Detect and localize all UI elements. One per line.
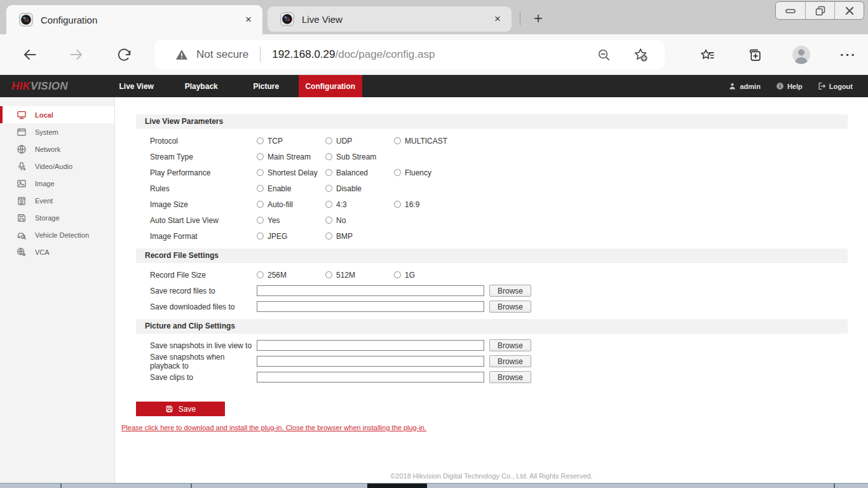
logout-button[interactable]: Logout — [818, 82, 853, 90]
window-controls — [775, 1, 864, 20]
browse-button[interactable]: Browse — [489, 355, 531, 367]
radio-bmp[interactable]: BMP — [325, 232, 394, 241]
browse-button[interactable]: Browse — [489, 339, 531, 351]
row-auto-start-live-view: Auto Start Live View Yes No — [136, 212, 848, 228]
radio-auto-fill[interactable]: Auto-fill — [257, 200, 325, 209]
not-secure-warning-icon[interactable] — [175, 48, 189, 62]
close-window-button[interactable] — [834, 2, 864, 19]
globe-icon — [17, 144, 27, 154]
radio-icon — [394, 201, 401, 208]
address-bar[interactable]: Not secure 192.168.0.29/doc/page/config.… — [154, 40, 665, 69]
radio-disable[interactable]: Disable — [325, 184, 394, 193]
radio-256m[interactable]: 256M — [257, 271, 325, 280]
window-icon — [17, 127, 27, 137]
row-save-clips: Save clips to Browse — [136, 369, 848, 385]
radio-no[interactable]: No — [325, 216, 394, 225]
browse-button[interactable]: Browse — [489, 301, 531, 313]
profile-avatar[interactable] — [790, 44, 812, 65]
radio-icon — [325, 169, 332, 176]
radio-shortest-delay[interactable]: Shortest Delay — [257, 168, 325, 177]
tab-close-icon[interactable]: × — [490, 11, 505, 27]
taskbar-strip[interactable] — [0, 483, 868, 488]
menu-configuration[interactable]: Configuration — [299, 75, 362, 97]
help-button[interactable]: Help — [776, 82, 803, 90]
radio-tcp[interactable]: TCP — [257, 137, 325, 146]
row-label: Save downloaded files to — [136, 302, 257, 311]
row-save-snapshots-playback: Save snapshots when playback to Browse — [136, 353, 848, 369]
row-label: Save record files to — [136, 287, 257, 295]
row-play-performance: Play Performance Shortest Delay Balanced… — [136, 165, 848, 180]
radio-fluency[interactable]: Fluency — [394, 168, 463, 177]
sidebar-item-vca[interactable]: VCA — [0, 243, 114, 261]
sidebar-item-storage[interactable]: Storage — [0, 209, 114, 226]
back-button[interactable] — [20, 45, 39, 64]
sidebar-item-video-audio[interactable]: Video/Audio — [0, 158, 114, 175]
camera-favicon — [280, 12, 294, 26]
snapshots-playback-path-input[interactable] — [257, 356, 484, 367]
user-admin: admin — [728, 82, 760, 90]
favorites-icon[interactable] — [696, 44, 718, 65]
not-secure-label[interactable]: Not secure — [196, 48, 248, 61]
sidebar-item-image[interactable]: Image — [0, 175, 114, 192]
restore-button[interactable] — [805, 2, 834, 19]
downloaded-files-path-input[interactable] — [257, 301, 484, 312]
row-rules: Rules Enable Disable — [136, 180, 848, 196]
radio-4-3[interactable]: 4:3 — [325, 200, 394, 209]
more-menu-icon[interactable]: ··· — [837, 44, 859, 65]
add-favorite-icon[interactable] — [633, 47, 648, 62]
row-label: Image Format — [136, 232, 257, 241]
browse-button[interactable]: Browse — [489, 285, 531, 297]
section-live-view-parameters: Live View Parameters Protocol TCP UDP MU… — [136, 114, 848, 244]
radio-jpeg[interactable]: JPEG — [257, 232, 325, 241]
row-label: Save clips to — [136, 373, 257, 382]
floppy-icon — [17, 213, 27, 223]
clips-path-input[interactable] — [257, 372, 484, 383]
radio-yes[interactable]: Yes — [257, 216, 325, 225]
snapshots-live-path-input[interactable] — [257, 340, 484, 351]
sidebar-item-system[interactable]: System — [0, 123, 114, 140]
url-path[interactable]: /doc/page/config.asp — [335, 48, 435, 61]
record-files-path-input[interactable] — [257, 285, 484, 296]
save-floppy-icon — [165, 405, 173, 413]
radio-icon — [325, 271, 332, 278]
url-host[interactable]: 192.168.0.29 — [272, 48, 335, 61]
radio-icon — [325, 233, 332, 240]
tab-live-view[interactable]: Live View × — [268, 6, 512, 32]
hikvision-top-nav: HIKVISION Live View Playback Picture Con… — [0, 75, 868, 97]
collections-icon[interactable] — [743, 44, 765, 65]
plugin-download-link[interactable]: Please click here to download and instal… — [121, 424, 868, 431]
sidebar-item-network[interactable]: Network — [0, 140, 114, 158]
radio-icon — [325, 201, 332, 208]
new-tab-button[interactable]: + — [529, 9, 548, 28]
radio-1g[interactable]: 1G — [394, 271, 463, 280]
radio-multicast[interactable]: MULTICAST — [394, 137, 463, 146]
radio-sub-stream[interactable]: Sub Stream — [325, 152, 394, 161]
image-icon — [17, 179, 27, 189]
radio-main-stream[interactable]: Main Stream — [257, 152, 325, 161]
forward-button[interactable] — [67, 45, 86, 64]
menu-live-view[interactable]: Live View — [104, 75, 169, 97]
tab-close-icon[interactable]: × — [241, 12, 256, 27]
sidebar-item-vehicle-detection[interactable]: Vehicle Detection — [0, 226, 114, 243]
menu-playback[interactable]: Playback — [169, 75, 234, 97]
reload-button[interactable] — [114, 45, 133, 64]
radio-balanced[interactable]: Balanced — [325, 168, 394, 177]
tab-configuration[interactable]: Configuration × — [6, 5, 262, 34]
section-title: Live View Parameters — [136, 114, 848, 129]
radio-icon — [257, 169, 264, 176]
taskbar-divider — [834, 484, 835, 488]
browse-button[interactable]: Browse — [489, 371, 531, 383]
radio-512m[interactable]: 512M — [325, 271, 394, 280]
main-menu: Live View Playback Picture Configuration — [104, 75, 362, 97]
minimize-button[interactable] — [776, 2, 805, 19]
zoom-out-icon[interactable] — [597, 48, 611, 62]
radio-icon — [257, 201, 264, 208]
radio-enable[interactable]: Enable — [257, 184, 325, 193]
menu-picture[interactable]: Picture — [234, 75, 299, 97]
save-button[interactable]: Save — [136, 402, 225, 416]
sidebar-item-event[interactable]: Event — [0, 192, 114, 209]
radio-16-9[interactable]: 16:9 — [394, 200, 463, 209]
radio-udp[interactable]: UDP — [325, 137, 394, 146]
radio-icon — [257, 271, 264, 278]
sidebar-item-local[interactable]: Local — [0, 106, 114, 123]
